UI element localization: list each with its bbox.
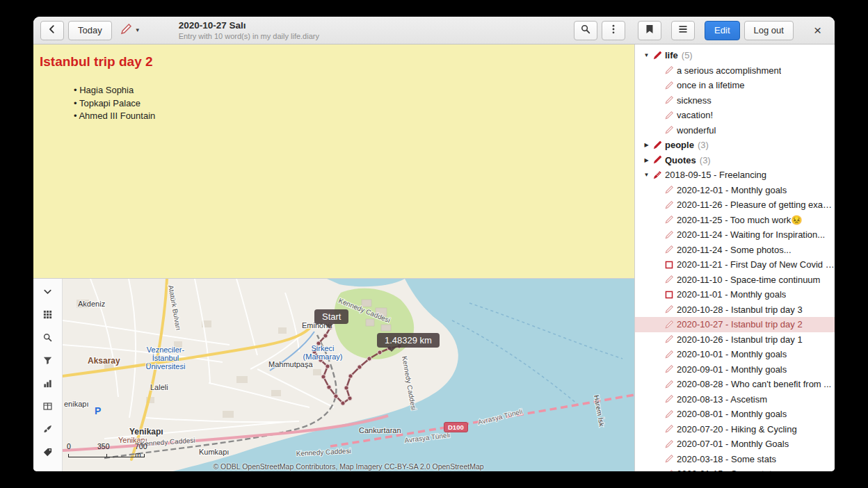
list-item[interactable]: ▼2018-09-15 - Freelancing — [635, 168, 835, 183]
scale-tick-label: 350 — [97, 442, 110, 450]
menu-hamburger-button[interactable] — [671, 21, 695, 40]
item-label: 2020-11-24 - Some photos... — [677, 245, 791, 255]
edit-button[interactable]: Edit — [705, 21, 739, 40]
road-badge: D100 — [444, 422, 468, 432]
diary-red-icon — [652, 170, 665, 180]
list-item[interactable]: 2020-10-27 - Istanbul trip day 2 — [635, 317, 835, 332]
list-item[interactable]: ▼life(5) — [635, 48, 835, 63]
expander-right-icon[interactable]: ▶ — [641, 157, 652, 163]
pencil-pink-icon — [664, 380, 677, 389]
item-label: people — [665, 140, 694, 150]
back-button[interactable] — [40, 21, 64, 40]
item-label: 2020-10-26 - Istanbul trip day 1 — [677, 334, 803, 345]
route-node — [326, 364, 330, 368]
map-start-balloon: Start — [314, 309, 348, 324]
list-item[interactable]: 2020-03-18 - Some stats — [635, 452, 835, 467]
map-view[interactable]: AkdenizAksarayVezneciler-İstanbulÜnivers… — [63, 279, 634, 471]
expander-down-icon[interactable]: ▼ — [641, 172, 652, 178]
entry-menu-button[interactable]: ▼ — [116, 23, 144, 38]
calendar-button[interactable] — [38, 307, 58, 325]
entry-bullet: • Hagia Sophia — [74, 84, 627, 97]
route-node — [378, 350, 382, 355]
pencil-red-icon — [652, 140, 665, 150]
route-node — [348, 374, 353, 378]
item-label: 2020-09-01 - Monthly goals — [677, 364, 787, 375]
table-button[interactable] — [38, 398, 58, 416]
paintbrush-icon — [42, 424, 53, 437]
list-item[interactable]: 2020-11-10 - Space-time continuum — [635, 273, 835, 288]
list-item[interactable]: 2020-08-01 - Monthly goals — [635, 407, 835, 422]
list-item[interactable]: 2020-08-13 - Ascetism — [635, 392, 835, 407]
map-place-label: Yenikapı — [129, 427, 163, 437]
map-panel: AkdenizAksarayVezneciler-İstanbulÜnivers… — [33, 278, 634, 471]
route-node — [327, 385, 331, 389]
tag-button[interactable] — [38, 444, 58, 462]
list-item[interactable]: 2020-11-21 - First Day of New Covid R... — [635, 257, 835, 273]
item-count: (3) — [698, 140, 709, 150]
map-attribution: © ODBL OpenStreetMap Contributors, Map I… — [63, 462, 634, 471]
search-button[interactable] — [574, 21, 597, 40]
app-window: Today ▼ 2020-10-27 Salı Entry with 10 wo… — [33, 17, 835, 471]
pencil-red-icon — [652, 51, 665, 60]
chevron-down-icon — [42, 286, 53, 300]
square-red-icon — [664, 260, 677, 270]
list-item[interactable]: ▶people(3) — [635, 138, 835, 153]
header-title: 2020-10-27 Salı — [179, 19, 319, 32]
list-item[interactable]: vacation! — [635, 108, 835, 123]
header-title-block: 2020-10-27 Salı Entry with 10 word(s) in… — [179, 19, 319, 42]
list-item[interactable]: ▶Quotes(3) — [635, 153, 835, 168]
list-item[interactable]: 2020-10-26 - Istanbul trip day 1 — [635, 332, 835, 348]
list-item[interactable]: wonderful — [635, 123, 835, 138]
search-panel-button[interactable] — [38, 330, 58, 348]
bar-chart-icon — [42, 378, 53, 391]
list-item[interactable]: once in a lifetime — [635, 78, 835, 93]
entry-column: Istanbul trip day 2 • Hagia Sophia• Topk… — [33, 44, 634, 471]
list-item[interactable]: 2020-09-01 - Monthly goals — [635, 362, 835, 377]
item-label: 2020-11-24 - Waiting for Inspiration... — [677, 229, 825, 240]
panel-collapse-button[interactable] — [38, 284, 58, 302]
list-item[interactable]: 2020-10-28 - Istanbul trip day 3 — [635, 302, 835, 318]
list-item[interactable]: 2020-07-01 - Monthly Goals — [635, 437, 835, 452]
pencil-pink-icon — [664, 245, 677, 254]
item-label: vacation! — [677, 110, 713, 120]
pencil-pink-icon — [664, 320, 677, 330]
theme-button[interactable] — [38, 421, 58, 439]
pencil-pink-icon — [664, 200, 677, 210]
map-place-label: Aksaray — [88, 356, 120, 366]
close-button[interactable]: × — [807, 23, 828, 38]
entry-text-view[interactable]: Istanbul trip day 2 • Hagia Sophia• Topk… — [33, 44, 634, 278]
filter-button[interactable] — [38, 352, 58, 371]
route-node — [341, 401, 345, 405]
menu-kebab-button[interactable] — [602, 21, 625, 40]
list-item[interactable]: 2020-11-26 - Pleasure of getting exac... — [635, 197, 835, 213]
bookmark-button[interactable] — [638, 21, 661, 40]
list-item[interactable]: 2020-07-20 - Hiking & Cycling — [635, 422, 835, 437]
list-item[interactable]: 2020-11-24 - Waiting for Inspiration... — [635, 227, 835, 243]
chart-button[interactable] — [38, 375, 58, 393]
today-button[interactable]: Today — [68, 21, 112, 40]
pencil-pink-icon — [664, 439, 677, 449]
item-count: (5) — [682, 50, 693, 60]
logout-button[interactable]: Log out — [744, 21, 794, 40]
list-item[interactable]: 2020-01-15 - Some stats — [635, 466, 835, 471]
list-item[interactable]: 2020-08-28 - Who can't benefit from ... — [635, 377, 835, 392]
scale-bar — [68, 454, 145, 457]
item-label: 2020-10-28 - Istanbul trip day 3 — [677, 304, 803, 315]
expander-right-icon[interactable]: ▶ — [641, 142, 652, 148]
item-label: 2020-07-20 - Hiking & Cycling — [677, 424, 797, 434]
expander-down-icon[interactable]: ▼ — [641, 52, 652, 58]
list-item[interactable]: 2020-12-01 - Monthly goals — [635, 183, 835, 198]
list-item[interactable]: 2020-11-24 - Some photos... — [635, 243, 835, 258]
list-item[interactable]: 2020-10-01 - Monthly goals — [635, 347, 835, 362]
kebab-menu-icon — [608, 24, 619, 37]
list-item[interactable]: sickness — [635, 93, 835, 108]
list-item[interactable]: a serious accomplishment — [635, 63, 835, 79]
item-label: 2020-10-01 - Monthly goals — [677, 349, 787, 359]
pencil-red-icon — [652, 155, 665, 165]
filter-funnel-icon — [42, 355, 53, 368]
map-toolbar — [33, 279, 63, 471]
list-item[interactable]: 2020-11-25 - Too much work😣 — [635, 213, 835, 228]
entry-tree-sidebar[interactable]: ▼life(5)a serious accomplishmentonce in … — [634, 44, 835, 471]
entry-bullet: • Topkapi Palace — [74, 97, 627, 111]
list-item[interactable]: 2020-11-01 - Monthly goals — [635, 287, 835, 302]
